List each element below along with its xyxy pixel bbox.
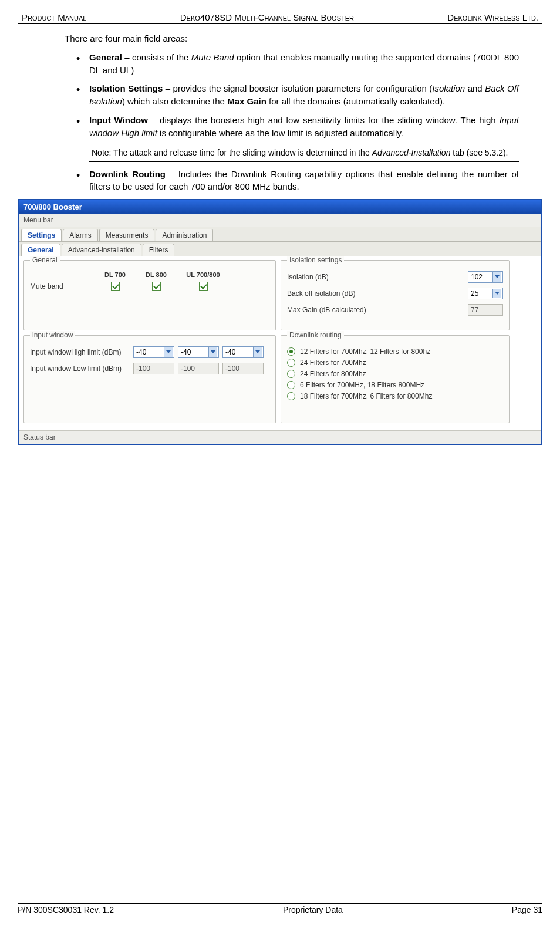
panel-area: General DL 700 DL 800 UL 700/800 Mute ba…: [19, 256, 541, 430]
chevron-down-icon: [492, 272, 501, 282]
col-dl800: DL 800: [136, 271, 177, 278]
checkbox-dl800[interactable]: [152, 282, 161, 291]
legend-inputwindow: input window: [30, 331, 75, 339]
tab-settings[interactable]: Settings: [21, 229, 62, 241]
app-window: 700/800 Booster Menu bar Settings Alarms…: [18, 199, 542, 445]
b1-bold: General: [89, 52, 122, 62]
col-dl700: DL 700: [95, 271, 136, 278]
body-text: There are four main field areas: General…: [65, 32, 519, 193]
tab-alarms[interactable]: Alarms: [63, 229, 97, 241]
routing-option-2[interactable]: 24 Filters for 700Mhz: [287, 359, 503, 367]
chevron-down-icon: [492, 289, 501, 298]
tab-administration[interactable]: Administration: [156, 229, 213, 241]
legend-isolation: Isolation settings: [287, 256, 344, 264]
tab-advanced-installation[interactable]: Advanced-installation: [62, 244, 141, 256]
high1-select[interactable]: -40: [133, 346, 174, 358]
note-box: Note: The attack and release time for th…: [89, 144, 519, 161]
high2-select[interactable]: -40: [178, 346, 219, 358]
low3-value: -100: [222, 363, 264, 374]
b2-bold: Isolation Settings: [89, 83, 163, 93]
radio-icon: [287, 392, 295, 400]
bullet-inputwindow: Input Window – displays the boosters hig…: [76, 114, 519, 162]
footer-right: Page 31: [512, 905, 542, 914]
radio-icon: [287, 359, 295, 367]
high3-select[interactable]: -40: [222, 346, 264, 358]
chevron-down-icon: [164, 347, 173, 357]
bullet-isolation: Isolation Settings – provides the signal…: [76, 82, 519, 108]
bullet-general: General – consists of the Mute Band opti…: [76, 51, 519, 77]
high-limit-label: Input windowHigh limit (dBm): [30, 348, 130, 356]
header-right: Dekolink Wireless Ltd.: [447, 12, 538, 22]
routing-option-3[interactable]: 24 Filters for 800Mhz: [287, 370, 503, 378]
low1-value: -100: [133, 363, 174, 374]
tab-general[interactable]: General: [21, 244, 60, 256]
low-limit-label: Input window Low limit (dBm): [30, 364, 130, 373]
sub-tabs: General Advanced-installation Filters: [19, 242, 541, 256]
low2-value: -100: [178, 363, 219, 374]
radio-icon: [287, 370, 295, 378]
status-bar: Status bar: [19, 430, 541, 444]
checkbox-ul700800[interactable]: [199, 282, 208, 291]
isolation-select[interactable]: 102: [468, 271, 503, 283]
footer-center: Proprietary Data: [283, 905, 343, 914]
tab-filters[interactable]: Filters: [143, 244, 175, 256]
b4-bold: Downlink Routing: [89, 169, 166, 179]
b3-bold: Input Window: [89, 115, 148, 125]
mute-band-label: Mute band: [30, 282, 95, 291]
routing-option-5[interactable]: 18 Filters for 700Mhz, 6 Filters for 800…: [287, 392, 503, 400]
chevron-down-icon: [253, 347, 262, 357]
group-input-window: input window Input windowHigh limit (dBm…: [23, 335, 276, 423]
group-downlink-routing: Downlink routing 12 Filters for 700Mhz, …: [281, 335, 510, 423]
tab-measurements[interactable]: Measurments: [99, 229, 155, 241]
main-tabs: Settings Alarms Measurments Administrati…: [19, 227, 541, 242]
bullet-downlink: Downlink Routing – Includes the Downlink…: [76, 168, 519, 194]
routing-option-1[interactable]: 12 Filters for 700Mhz, 12 Filters for 80…: [287, 347, 503, 356]
maxgain-value: 77: [468, 304, 503, 316]
chevron-down-icon: [208, 347, 217, 357]
page-footer: P/N 300SC30031 Rev. 1.2 Proprietary Data…: [18, 903, 542, 914]
page-header: Product Manual Deko4078SD Multi-Channel …: [18, 11, 542, 24]
header-left: Product Manual: [22, 12, 86, 22]
isolation-label: Isolation (dB): [287, 273, 468, 281]
intro-line: There are four main field areas:: [65, 32, 519, 45]
footer-left: P/N 300SC30031 Rev. 1.2: [18, 905, 114, 914]
group-isolation: Isolation settings Isolation (dB) 102 Ba…: [281, 260, 510, 330]
radio-icon: [287, 347, 295, 356]
group-general: General DL 700 DL 800 UL 700/800 Mute ba…: [23, 260, 276, 330]
window-title: 700/800 Booster: [19, 200, 541, 214]
backoff-label: Back off isolation (dB): [287, 289, 468, 298]
radio-icon: [287, 381, 295, 389]
header-center: Deko4078SD Multi-Channel Signal Booster: [180, 12, 354, 22]
legend-routing: Downlink routing: [287, 331, 344, 339]
legend-general: General: [30, 256, 60, 264]
routing-option-4[interactable]: 6 Filters for 700MHz, 18 Filters 800MHz: [287, 381, 503, 389]
maxgain-label: Max Gain (dB calculated): [287, 306, 468, 314]
col-ul700800: UL 700/800: [177, 271, 230, 278]
backoff-select[interactable]: 25: [468, 288, 503, 299]
menu-bar[interactable]: Menu bar: [19, 214, 541, 227]
checkbox-dl700[interactable]: [111, 282, 120, 291]
